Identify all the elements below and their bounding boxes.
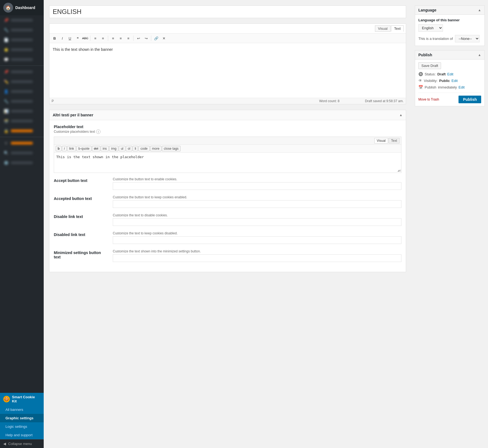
sidebar-item-help-support[interactable]: Help and support bbox=[0, 431, 44, 439]
plugin-header: 🍪 Smart Cookie Kit bbox=[0, 393, 44, 405]
status-edit-link[interactable]: Edit bbox=[447, 72, 453, 76]
italic-button[interactable]: I bbox=[59, 35, 66, 42]
mini-ul-btn[interactable]: ul bbox=[119, 146, 125, 151]
collapse-menu-button[interactable]: ◀ Collapse menu bbox=[0, 439, 44, 448]
sidebar-item-all-banners[interactable]: All banners bbox=[0, 405, 44, 414]
minimized-btn-input[interactable] bbox=[113, 254, 401, 262]
language-select[interactable]: English bbox=[418, 24, 443, 32]
mini-bquote-btn[interactable]: b-quote bbox=[76, 146, 91, 151]
bold-button[interactable]: B bbox=[51, 35, 58, 42]
paragraph-indicator: P bbox=[52, 99, 54, 103]
placeholder-tab-visual[interactable]: Visual bbox=[374, 138, 388, 143]
post-title-input[interactable] bbox=[49, 5, 406, 18]
status-label: Status: bbox=[425, 72, 436, 76]
accept-btn-input[interactable] bbox=[113, 182, 401, 190]
sidebar: 🏠 Dashboard 📌 🔧 📄 ⭐ 💬 📌 bbox=[0, 0, 44, 448]
sidebar-icon-13: 🔍 bbox=[3, 150, 9, 156]
mini-ins-btn[interactable]: ins bbox=[101, 146, 109, 151]
underline-button[interactable]: U bbox=[66, 35, 73, 42]
dashboard-link[interactable]: 🏠 Dashboard bbox=[0, 0, 44, 15]
disable-link-label: Disable link text bbox=[54, 213, 108, 219]
accept-btn-content: Customize the button text to enable cook… bbox=[113, 177, 401, 190]
sidebar-item-7[interactable]: ✏️ bbox=[0, 77, 44, 87]
main-editor-box: Visual Text B I U ❝ ABC ≡ ≡ ≡ ≡ ≡ ↩ ↪ bbox=[49, 23, 406, 104]
mini-closetags-btn[interactable]: close tags bbox=[162, 146, 181, 151]
sidebar-item-settings[interactable]: ⚙️ bbox=[0, 158, 44, 168]
sidebar-item-5[interactable]: 💬 bbox=[0, 55, 44, 64]
ol-button[interactable]: ≡ bbox=[99, 35, 107, 42]
save-draft-button[interactable]: Save Draft bbox=[418, 62, 441, 69]
sidebar-item-logic-settings[interactable]: Logic settings bbox=[0, 422, 44, 431]
tab-text[interactable]: Text bbox=[391, 25, 404, 32]
publish-button[interactable]: Publish bbox=[459, 96, 481, 103]
disable-link-content: Customize the text to disable cookies. bbox=[113, 213, 401, 226]
mini-del-btn[interactable]: del bbox=[92, 146, 100, 151]
mini-img-btn[interactable]: img bbox=[109, 146, 118, 151]
form-row-accept: Accept button text Customize the button … bbox=[54, 177, 401, 190]
move-trash-link[interactable]: Move to Trash bbox=[418, 98, 439, 101]
link-button[interactable]: 🔗 bbox=[153, 35, 160, 42]
publish-meta-header[interactable]: Publish ▲ bbox=[415, 51, 484, 60]
mini-code-btn[interactable]: code bbox=[138, 146, 149, 151]
mini-i-btn[interactable]: i bbox=[62, 146, 67, 151]
plugin-menu: All banners Graphic settings Logic setti… bbox=[0, 405, 44, 439]
sidebar-icon-2: 🔧 bbox=[3, 27, 9, 33]
align-right-button[interactable]: ≡ bbox=[125, 35, 132, 42]
publish-edit-link[interactable]: Edit bbox=[459, 85, 465, 89]
sidebar-item-6[interactable]: 📌 bbox=[0, 67, 44, 77]
mini-link-btn[interactable]: link bbox=[67, 146, 76, 151]
disabled-link-input[interactable] bbox=[113, 236, 401, 244]
sidebar-item-11[interactable]: 🗃️ bbox=[0, 116, 44, 126]
sidebar-item-1[interactable]: 📌 bbox=[0, 15, 44, 25]
mini-b-btn[interactable]: b bbox=[56, 146, 61, 151]
collapse-label: Collapse menu bbox=[8, 442, 32, 446]
sidebar-item-graphic-settings[interactable]: Graphic settings bbox=[0, 414, 44, 422]
altri-testi-header[interactable]: Altri testi per il banner ▲ bbox=[49, 110, 406, 120]
sidebar-item-9[interactable]: 🔧 bbox=[0, 96, 44, 106]
sidebar-item-2[interactable]: 🔧 bbox=[0, 25, 44, 35]
undo-button[interactable]: ↩ bbox=[135, 35, 142, 42]
sidebar-item-13[interactable]: 🔍 bbox=[0, 148, 44, 158]
language-meta-header[interactable]: Language ▲ bbox=[415, 6, 484, 15]
ul-button[interactable]: ≡ bbox=[92, 35, 99, 42]
placeholder-editor-textarea[interactable] bbox=[54, 153, 401, 172]
sidebar-item-3[interactable]: 📄 bbox=[0, 35, 44, 45]
tab-visual[interactable]: Visual bbox=[375, 25, 391, 32]
sidebar-item-10[interactable]: 📊 bbox=[0, 106, 44, 116]
resize-handle: ◢ bbox=[397, 169, 401, 172]
info-icon[interactable]: i bbox=[96, 129, 100, 134]
mini-more-btn[interactable]: more bbox=[150, 146, 161, 151]
translation-label: This is a translation of bbox=[418, 37, 453, 41]
align-left-button[interactable]: ≡ bbox=[110, 35, 117, 42]
mini-li-btn[interactable]: li bbox=[133, 146, 138, 151]
accepted-btn-content: Customize the button text to keep cookie… bbox=[113, 195, 401, 208]
sidebar-item-4[interactable]: ⭐ bbox=[0, 45, 44, 55]
align-center-button[interactable]: ≡ bbox=[117, 35, 124, 42]
placeholder-tab-text[interactable]: Text bbox=[389, 138, 400, 143]
placeholder-text-label: Placeholder text bbox=[54, 125, 401, 129]
editor-content[interactable]: This is the text shown in the banner bbox=[49, 43, 406, 98]
translation-select[interactable]: --None-- bbox=[455, 35, 480, 42]
remove-format-button[interactable]: ✕ bbox=[160, 35, 167, 42]
sidebar-item-8[interactable]: 👤 bbox=[0, 87, 44, 96]
minimized-btn-desc: Customize the text shown into the minimi… bbox=[113, 249, 401, 253]
disable-link-input[interactable] bbox=[113, 218, 401, 226]
visibility-edit-link[interactable]: Edit bbox=[451, 79, 457, 83]
status-row: 🔘 Status: Draft Edit bbox=[418, 72, 481, 76]
placeholder-editor-resize: ◢ bbox=[54, 153, 401, 173]
sidebar-item-v[interactable]: V bbox=[0, 138, 44, 148]
sidebar-items: 📌 🔧 📄 ⭐ 💬 📌 ✏️ 👤 bbox=[0, 15, 44, 393]
sidebar-icon-4: ⭐ bbox=[3, 47, 9, 52]
editor-toolbar: B I U ❝ ABC ≡ ≡ ≡ ≡ ≡ ↩ ↪ 🔗 ✕ bbox=[49, 34, 406, 43]
blockquote-button[interactable]: ❝ bbox=[74, 35, 81, 42]
strikethrough-button[interactable]: ABC bbox=[82, 35, 89, 42]
sidebar-item-12[interactable]: 🔒 bbox=[0, 126, 44, 136]
mini-ol-btn[interactable]: ol bbox=[126, 146, 132, 151]
redo-button[interactable]: ↪ bbox=[143, 35, 150, 42]
form-row-disabled: Disabled link text Customize the text to… bbox=[54, 231, 401, 244]
placeholder-editor-box: Visual Text b i link b-quote del ins img… bbox=[54, 137, 401, 173]
accepted-btn-input[interactable] bbox=[113, 200, 401, 208]
sidebar-icon-9: 🔧 bbox=[3, 99, 9, 104]
sidebar-icon-3: 📄 bbox=[3, 37, 9, 43]
publish-box-content: Save Draft 🔘 Status: Draft Edit 👁 Visibi… bbox=[415, 60, 484, 106]
